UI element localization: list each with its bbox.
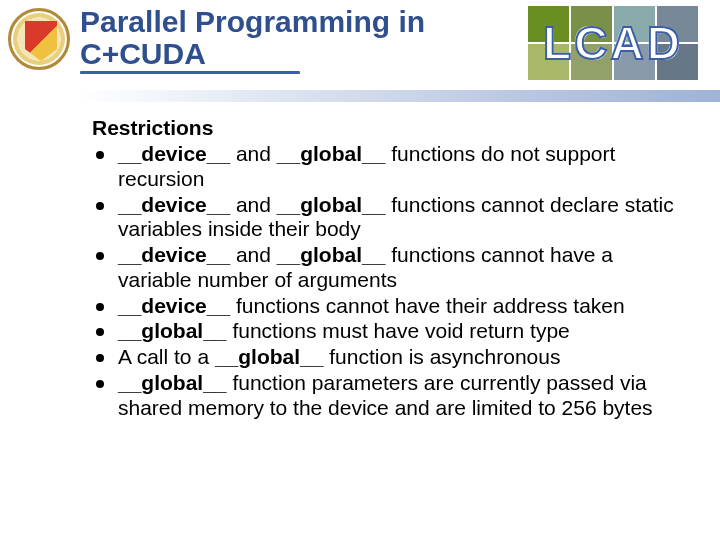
text-run: functions cannot have their address take…	[230, 294, 625, 317]
slide-body: Restrictions __device__ and __global__ f…	[0, 102, 720, 420]
bullet-item: __global__ functions must have void retu…	[92, 319, 680, 344]
text-run: and	[230, 193, 277, 216]
bullet-item: __device__ functions cannot have their a…	[92, 294, 680, 319]
bullet-item: __device__ and __global__ functions do n…	[92, 142, 680, 192]
keyword: __global__	[118, 319, 227, 342]
bullet-item: __device__ and __global__ functions cann…	[92, 243, 680, 293]
text-run: and	[230, 142, 277, 165]
keyword: __global__	[118, 371, 227, 394]
text-run: functions must have void return type	[227, 319, 570, 342]
keyword: __device__	[118, 142, 230, 165]
slide-header: Parallel Programming in C+CUDA LCAD	[0, 0, 720, 90]
title-underline	[80, 71, 300, 74]
text-run: function is asynchronous	[323, 345, 560, 368]
text-run: A call to a	[118, 345, 215, 368]
keyword: __global__	[215, 345, 324, 368]
bullet-item: A call to a __global__ function is async…	[92, 345, 680, 370]
lcad-text: LCAD	[528, 6, 698, 80]
keyword: __global__	[277, 243, 386, 266]
section-title: Restrictions	[92, 116, 680, 140]
keyword: __device__	[118, 243, 230, 266]
bullet-item: __device__ and __global__ functions cann…	[92, 193, 680, 243]
title-line-1: Parallel Programming in	[80, 5, 425, 38]
keyword: __device__	[118, 294, 230, 317]
divider-gradient	[80, 90, 720, 102]
bullet-item: __global__ function parameters are curre…	[92, 371, 680, 421]
keyword: __global__	[277, 142, 386, 165]
slide-title: Parallel Programming in C+CUDA	[80, 6, 500, 74]
text-run: and	[230, 243, 277, 266]
university-crest-icon	[8, 8, 70, 70]
keyword: __device__	[118, 193, 230, 216]
title-line-2: C+CUDA	[80, 37, 206, 70]
lcad-logo: LCAD	[528, 6, 698, 80]
slide: Parallel Programming in C+CUDA LCAD Rest…	[0, 0, 720, 540]
keyword: __global__	[277, 193, 386, 216]
bullet-list: __device__ and __global__ functions do n…	[92, 142, 680, 420]
